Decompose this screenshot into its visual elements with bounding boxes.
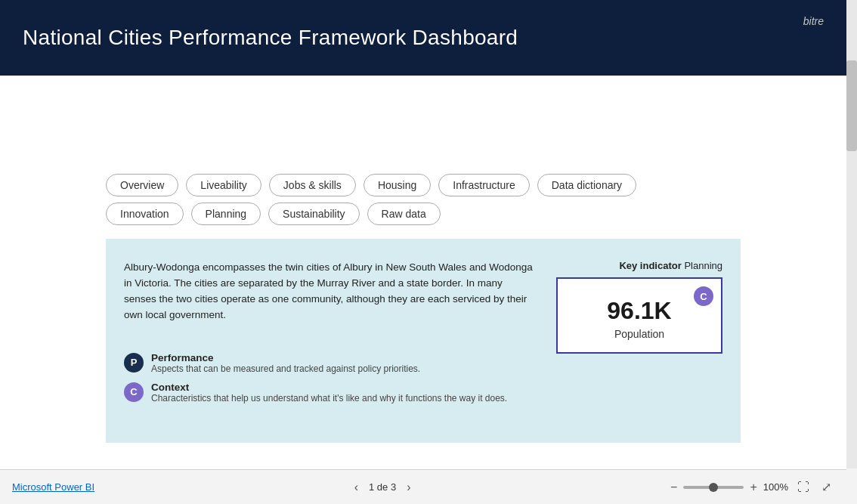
legend-performance: P Performance Aspects that can be measur… bbox=[124, 352, 534, 374]
zoom-slider[interactable] bbox=[683, 486, 744, 489]
header-logo: bitre bbox=[803, 15, 824, 27]
nav-raw-data[interactable]: Raw data bbox=[367, 203, 441, 225]
page-next-arrow[interactable]: › bbox=[402, 479, 415, 496]
nav-innovation[interactable]: Innovation bbox=[106, 203, 184, 225]
dashboard-title: National Cities Performance Framework Da… bbox=[23, 26, 518, 50]
spacer bbox=[0, 76, 846, 174]
nav-liveability[interactable]: Liveability bbox=[186, 174, 261, 196]
description-text: Albury-Wodonga encompasses the twin citi… bbox=[124, 260, 534, 323]
content-panel: Albury-Wodonga encompasses the twin citi… bbox=[106, 239, 741, 443]
scrollbar-track[interactable] bbox=[846, 0, 857, 468]
nav-infrastructure[interactable]: Infrastructure bbox=[438, 174, 529, 196]
header: National Cities Performance Framework Da… bbox=[0, 0, 846, 76]
indicator-area: Key indicator Planning C 96.1K Populatio… bbox=[556, 260, 722, 425]
indicator-value: 96.1K bbox=[607, 297, 671, 325]
pagination-area: ‹ 1 de 3 › bbox=[350, 479, 416, 496]
legend-context-text: Context Characteristics that help us und… bbox=[151, 382, 507, 404]
indicator-sublabel: Population bbox=[614, 328, 664, 340]
legend-performance-text: Performance Aspects that can be measured… bbox=[151, 352, 420, 374]
context-badge: C bbox=[124, 382, 144, 402]
zoom-out-button[interactable]: − bbox=[670, 481, 677, 494]
nav-planning[interactable]: Planning bbox=[191, 203, 261, 225]
bottom-bar: Microsoft Power BI ‹ 1 de 3 › − + 100% ⛶… bbox=[0, 469, 846, 504]
performance-badge: P bbox=[124, 353, 144, 373]
zoom-in-button[interactable]: + bbox=[750, 481, 756, 494]
scrollbar-thumb[interactable] bbox=[846, 60, 857, 151]
indicator-label-row: Key indicator Planning bbox=[619, 260, 722, 271]
legend-area: P Performance Aspects that can be measur… bbox=[124, 352, 534, 404]
legend-context-label: Context bbox=[151, 382, 507, 393]
nav-jobs-skills[interactable]: Jobs & skills bbox=[269, 174, 356, 196]
nav-housing[interactable]: Housing bbox=[364, 174, 431, 196]
nav-container: Overview Liveability Jobs & skills Housi… bbox=[0, 174, 846, 225]
page-indicator: 1 de 3 bbox=[369, 481, 396, 493]
nav-row-1: Overview Liveability Jobs & skills Housi… bbox=[106, 174, 741, 196]
page-prev-arrow[interactable]: ‹ bbox=[350, 479, 363, 496]
nav-row-2: Innovation Planning Sustainability Raw d… bbox=[106, 203, 741, 225]
legend-performance-desc: Aspects that can be measured and tracked… bbox=[151, 363, 420, 374]
indicator-key-label: Key indicator bbox=[619, 260, 681, 271]
description-area: Albury-Wodonga encompasses the twin citi… bbox=[124, 260, 534, 425]
main-wrapper: National Cities Performance Framework Da… bbox=[0, 0, 846, 504]
nav-sustainability[interactable]: Sustainability bbox=[268, 203, 360, 225]
indicator-c-badge: C bbox=[694, 286, 713, 306]
expand-icon[interactable]: ⤢ bbox=[818, 478, 834, 496]
zoom-level: 100% bbox=[763, 481, 788, 493]
zoom-slider-thumb bbox=[709, 483, 718, 492]
legend-context-desc: Characteristics that help us understand … bbox=[151, 393, 507, 404]
indicator-card: C 96.1K Population bbox=[556, 277, 722, 354]
indicator-type: Planning bbox=[684, 260, 722, 271]
legend-performance-label: Performance bbox=[151, 352, 420, 363]
zoom-area: − + 100% ⛶ ⤢ bbox=[670, 478, 834, 496]
nav-data-dictionary[interactable]: Data dictionary bbox=[537, 174, 636, 196]
fullscreen-icon[interactable]: ⛶ bbox=[794, 479, 812, 496]
powerbi-link[interactable]: Microsoft Power BI bbox=[12, 481, 94, 493]
legend-context: C Context Characteristics that help us u… bbox=[124, 382, 534, 404]
nav-overview[interactable]: Overview bbox=[106, 174, 178, 196]
